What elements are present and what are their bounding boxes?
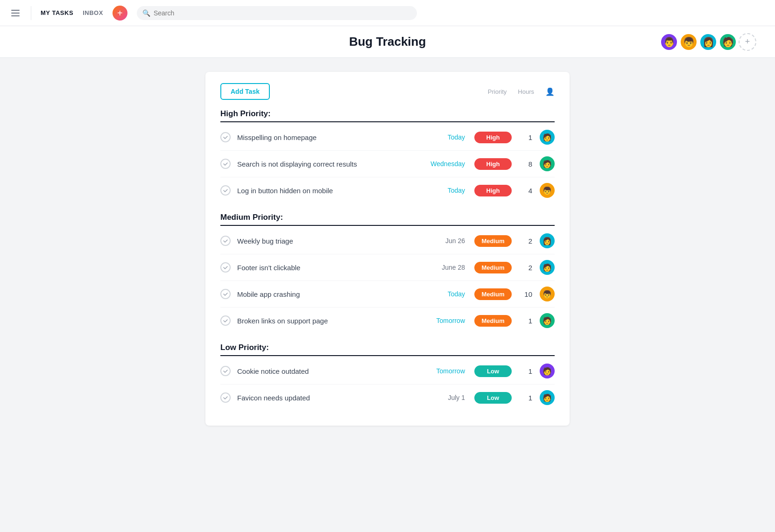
task-priority-badge: Medium: [474, 315, 512, 327]
add-member-button[interactable]: +: [739, 33, 756, 51]
task-date: Wednesday: [423, 160, 465, 168]
task-checkbox[interactable]: [220, 159, 231, 169]
task-hours: 10: [521, 290, 532, 298]
task-date: Today: [423, 187, 465, 194]
priority-column-header: Priority: [488, 88, 507, 95]
task-name: Weekly bug triage: [237, 237, 423, 245]
task-row: Broken links on support pageTomorrowMedi…: [220, 308, 555, 334]
task-hours: 8: [521, 160, 532, 168]
task-avatar[interactable]: 🧑: [540, 390, 555, 405]
task-avatar[interactable]: 🧑: [540, 313, 555, 328]
task-date: Tomorrow: [423, 367, 465, 375]
task-name: Mobile app crashing: [237, 290, 423, 298]
toolbar-row: Add Task Priority Hours 👤: [220, 83, 555, 100]
task-checkbox[interactable]: [220, 236, 231, 246]
section-low-priority: Low Priority:Cookie notice outdatedTomor…: [220, 343, 555, 411]
hours-column-header: Hours: [518, 88, 534, 95]
header-avatar-3[interactable]: 👩: [699, 33, 717, 51]
task-date: Tomorrow: [423, 317, 465, 324]
search-container: 🔍: [137, 6, 417, 20]
task-hours: 2: [521, 264, 532, 272]
column-headers: Priority Hours 👤: [488, 87, 555, 96]
my-tasks-link[interactable]: MY TASKS: [41, 9, 73, 16]
task-date: July 1: [423, 394, 465, 401]
task-row: Cookie notice outdatedTomorrowLow1🧑: [220, 358, 555, 385]
task-date: Today: [423, 133, 465, 141]
search-icon: 🔍: [142, 9, 150, 17]
task-row: Favicon needs updatedJuly 1Low1🧑: [220, 385, 555, 411]
header-avatar-2[interactable]: 👦: [680, 33, 698, 51]
task-hours: 1: [521, 317, 532, 325]
sections-container: High Priority:Misspelling on homepageTod…: [220, 109, 555, 411]
task-priority-badge: High: [474, 185, 512, 196]
task-checkbox[interactable]: [220, 185, 231, 196]
task-hours: 4: [521, 187, 532, 195]
section-divider-low-priority: [220, 355, 555, 356]
task-avatar[interactable]: 🧑: [540, 364, 555, 378]
task-priority-badge: Low: [474, 392, 512, 404]
task-priority-badge: High: [474, 158, 512, 170]
task-name: Footer isn't clickable: [237, 264, 423, 272]
header-avatar-1[interactable]: 👨: [660, 33, 678, 51]
assignee-column-icon: 👤: [545, 87, 555, 96]
task-panel: Add Task Priority Hours 👤 High Priority:…: [205, 72, 570, 426]
task-row: Search is not displaying correct results…: [220, 151, 555, 177]
task-name: Favicon needs updated: [237, 394, 423, 402]
task-date: Jun 26: [423, 237, 465, 245]
task-priority-badge: Medium: [474, 262, 512, 273]
task-avatar[interactable]: 🧑: [540, 156, 555, 171]
task-name: Misspelling on homepage: [237, 133, 423, 141]
top-nav: MY TASKS INBOX + 🔍: [0, 0, 775, 26]
task-date: Today: [423, 290, 465, 298]
task-hours: 1: [521, 133, 532, 141]
task-avatar[interactable]: 👦: [540, 287, 555, 301]
search-input[interactable]: [137, 6, 417, 20]
inbox-link[interactable]: INBOX: [83, 9, 103, 16]
task-avatar[interactable]: 👦: [540, 183, 555, 198]
task-row: Weekly bug triageJun 26Medium2👩: [220, 228, 555, 254]
task-name: Cookie notice outdated: [237, 367, 423, 375]
task-priority-badge: Medium: [474, 235, 512, 247]
header-avatar-4[interactable]: 🧑: [719, 33, 737, 51]
task-row: Mobile app crashingTodayMedium10👦: [220, 281, 555, 308]
task-checkbox[interactable]: [220, 392, 231, 403]
task-avatar[interactable]: 🧑: [540, 260, 555, 275]
task-checkbox[interactable]: [220, 262, 231, 273]
task-row: Log in button hidden on mobileTodayHigh4…: [220, 177, 555, 203]
section-medium-priority: Medium Priority:Weekly bug triageJun 26M…: [220, 213, 555, 334]
task-priority-badge: Medium: [474, 288, 512, 300]
task-avatar[interactable]: 👩: [540, 233, 555, 248]
task-checkbox[interactable]: [220, 132, 231, 142]
nav-divider: [31, 6, 31, 20]
task-priority-badge: Low: [474, 365, 512, 377]
main-content: Add Task Priority Hours 👤 High Priority:…: [0, 58, 775, 440]
task-hours: 1: [521, 367, 532, 375]
header-avatars: 👨 👦 👩 🧑 +: [660, 33, 756, 51]
page-header: Bug Tracking 👨 👦 👩 🧑 +: [0, 26, 775, 58]
task-row: Footer isn't clickableJune 28Medium2🧑: [220, 254, 555, 281]
add-button[interactable]: +: [113, 6, 127, 21]
section-title-high-priority: High Priority:: [220, 109, 555, 119]
section-divider-high-priority: [220, 121, 555, 122]
task-name: Search is not displaying correct results: [237, 160, 423, 168]
add-task-button[interactable]: Add Task: [220, 83, 270, 100]
task-priority-badge: High: [474, 132, 512, 143]
task-date: June 28: [423, 264, 465, 271]
task-checkbox[interactable]: [220, 366, 231, 376]
section-divider-medium-priority: [220, 225, 555, 226]
task-name: Broken links on support page: [237, 317, 423, 325]
task-hours: 1: [521, 394, 532, 402]
section-title-medium-priority: Medium Priority:: [220, 213, 555, 222]
page-title: Bug Tracking: [349, 35, 426, 49]
task-hours: 2: [521, 237, 532, 245]
hamburger-menu[interactable]: [9, 8, 21, 18]
task-checkbox[interactable]: [220, 289, 231, 299]
task-name: Log in button hidden on mobile: [237, 187, 423, 195]
task-row: Misspelling on homepageTodayHigh1🧑: [220, 124, 555, 151]
task-avatar[interactable]: 🧑: [540, 130, 555, 145]
section-high-priority: High Priority:Misspelling on homepageTod…: [220, 109, 555, 203]
task-checkbox[interactable]: [220, 315, 231, 326]
section-title-low-priority: Low Priority:: [220, 343, 555, 352]
